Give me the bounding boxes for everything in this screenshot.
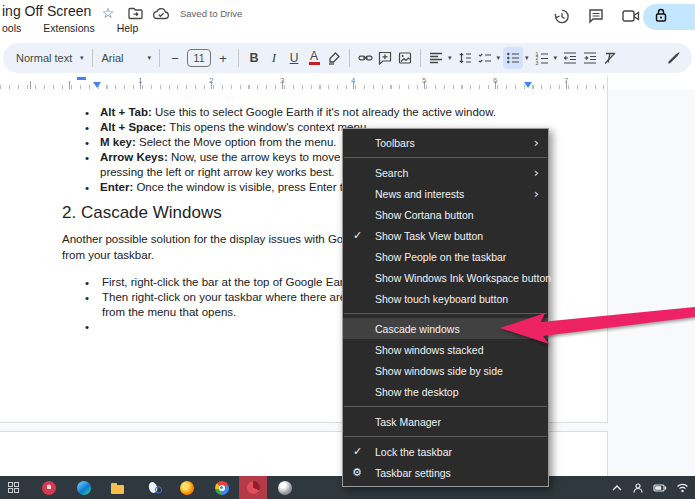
menu-item-show-cortana-button[interactable]: Show Cortana button	[343, 204, 548, 225]
insert-image-button[interactable]	[395, 47, 415, 69]
insert-link-button[interactable]	[355, 47, 375, 69]
menu-item-news-and-interests[interactable]: News and interests›	[343, 183, 548, 204]
menu-item-show-touch-keyboard[interactable]: Show touch keyboard button	[343, 288, 548, 309]
numbered-list-caret-icon[interactable]: ▾	[554, 54, 558, 62]
formatting-toolbar: Normal text ▾ Arial ▾ − 11 + B I U A	[3, 43, 692, 73]
menu-separator	[344, 436, 547, 437]
start-button[interactable]	[6, 480, 21, 495]
taskbar-app-chrome[interactable]	[214, 480, 229, 495]
person-icon[interactable]	[632, 482, 644, 494]
saved-status[interactable]: Saved to Drive	[180, 8, 242, 19]
clear-formatting-button[interactable]	[600, 47, 620, 69]
file-explorer-icon	[111, 485, 124, 494]
style-caret-icon[interactable]: ▾	[80, 54, 84, 62]
menu-item-show-ink-workspace[interactable]: Show Windows Ink Workspace button	[343, 267, 548, 288]
editing-mode-button[interactable]	[663, 47, 683, 69]
font-select[interactable]: Arial	[98, 47, 146, 69]
menu-item-cascade-windows[interactable]: Cascade windows	[343, 318, 548, 339]
opera-icon	[247, 481, 260, 494]
right-indent-marker[interactable]	[524, 82, 532, 88]
bullet: •	[85, 321, 89, 333]
menu-item-task-manager[interactable]: Task Manager	[343, 411, 548, 432]
align-button[interactable]	[426, 47, 446, 69]
decrease-indent-button[interactable]	[560, 47, 580, 69]
bullet: •	[85, 122, 89, 134]
italic-button[interactable]: I	[264, 47, 284, 69]
menu-item-lock-the-taskbar[interactable]: ✓Lock the taskbar	[343, 441, 548, 462]
first-line-indent-marker[interactable]	[77, 77, 86, 80]
battery-icon[interactable]	[653, 483, 667, 493]
bold-button[interactable]: B	[244, 47, 264, 69]
line-spacing-icon	[458, 51, 472, 65]
font-size-decrease-button[interactable]: −	[165, 47, 185, 69]
highlight-color-button[interactable]	[324, 47, 344, 69]
star-icon[interactable]: ☆	[99, 4, 117, 22]
taskbar-app-file-explorer[interactable]	[110, 480, 125, 495]
taskbar-app-firefox[interactable]	[179, 480, 194, 495]
menu-item-show-people[interactable]: Show People on the taskbar	[343, 246, 548, 267]
menu-item-show-task-view-button[interactable]: ✓Show Task View button	[343, 225, 548, 246]
add-comment-button[interactable]	[375, 47, 395, 69]
chrome-icon	[215, 481, 229, 495]
document-title[interactable]: ing Off Screen	[2, 3, 91, 19]
menu-item-show-the-desktop[interactable]: Show the desktop	[343, 381, 548, 402]
taskbar-app-mouse[interactable]	[145, 480, 160, 495]
move-folder-icon[interactable]	[126, 4, 144, 22]
chevron-up-icon[interactable]	[611, 483, 623, 493]
align-left-icon	[429, 51, 443, 65]
bullet: •	[85, 292, 89, 304]
font-size-increase-button[interactable]: +	[213, 47, 233, 69]
text-color-bar	[309, 62, 320, 65]
checklist-caret-icon[interactable]: ▾	[497, 54, 501, 62]
highlighter-icon	[327, 51, 341, 65]
meet-video-icon[interactable]	[622, 7, 640, 25]
menu-help[interactable]: Help	[117, 22, 139, 34]
menu-item-toolbars[interactable]: Toolbars›	[343, 132, 548, 153]
toolbar-divider	[420, 49, 421, 67]
bulleted-list-caret-icon[interactable]: ▾	[525, 54, 529, 62]
menu-separator	[344, 406, 547, 407]
doc-line: from the menu that opens.	[102, 306, 236, 318]
numbered-list-button[interactable]: 123	[532, 47, 552, 69]
doc-line: Enter: Once the window is visible, press…	[100, 181, 349, 193]
font-caret-icon[interactable]: ▾	[148, 54, 152, 62]
menu-item-show-windows-stacked[interactable]: Show windows stacked	[343, 339, 548, 360]
left-indent-marker[interactable]	[93, 82, 101, 88]
bulleted-list-button[interactable]	[503, 47, 523, 69]
menu-item-show-windows-side-by-side[interactable]: Show windows side by side	[343, 360, 548, 381]
menu-extensions[interactable]: Extensions	[43, 22, 94, 34]
ruler[interactable]: 1 2 3 4 5 6 7	[0, 76, 608, 90]
menu-item-taskbar-settings[interactable]: ⚙Taskbar settings	[343, 462, 548, 483]
line-spacing-button[interactable]	[455, 47, 475, 69]
add-comment-icon	[378, 51, 392, 65]
increase-indent-button[interactable]	[580, 47, 600, 69]
taskbar-app-globe[interactable]	[277, 480, 292, 495]
globe-app-icon	[278, 481, 292, 495]
doc-line: Another possible solution for the displa…	[62, 233, 350, 245]
taskbar-app-red[interactable]	[41, 480, 56, 495]
gear-icon: ⚙	[352, 466, 362, 479]
text-color-button[interactable]: A	[304, 47, 324, 69]
font-size-input[interactable]: 11	[187, 49, 211, 67]
taskbar-app-edge[interactable]	[76, 480, 91, 495]
google-docs-window: ing Off Screen ☆ Saved to Drive ▾ ools E…	[0, 0, 695, 499]
menu-tools[interactable]: ools	[2, 22, 21, 34]
wifi-icon[interactable]	[676, 482, 689, 493]
menu-item-search[interactable]: Search›	[343, 162, 548, 183]
underline-button[interactable]: U	[284, 47, 304, 69]
ruler-number: 5	[422, 76, 426, 85]
paragraph-style-select[interactable]: Normal text	[12, 47, 78, 69]
numbered-list-icon: 123	[535, 51, 549, 65]
version-history-icon[interactable]	[552, 7, 570, 25]
ruler-number: 1	[138, 76, 142, 85]
lock-icon	[655, 8, 667, 26]
share-button[interactable]	[643, 4, 695, 30]
checkmark-icon: ✓	[353, 445, 362, 458]
docs-header: ing Off Screen ☆ Saved to Drive ▾ ools E…	[0, 0, 695, 40]
checklist-button[interactable]	[475, 47, 495, 69]
comments-icon[interactable]	[587, 7, 605, 25]
align-caret-icon[interactable]: ▾	[448, 54, 452, 62]
cloud-saved-icon[interactable]	[152, 4, 170, 22]
taskbar-active-app-opera[interactable]	[239, 476, 267, 499]
toolbar-divider	[349, 49, 350, 67]
